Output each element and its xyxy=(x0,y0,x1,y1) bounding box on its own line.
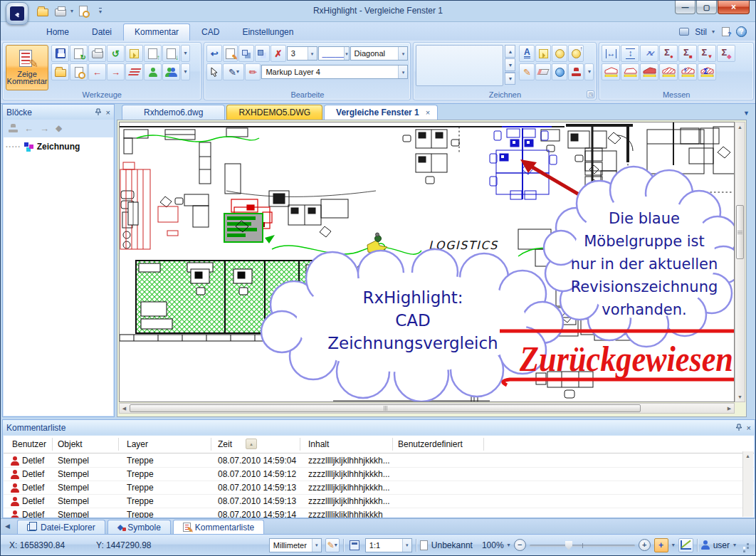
help-doc-button[interactable]: ? xyxy=(720,27,731,37)
reload-markup-button[interactable]: ↻ xyxy=(70,45,88,62)
blocks-close-icon[interactable]: × xyxy=(106,108,110,117)
hscroll-thumb[interactable] xyxy=(130,404,641,412)
doc-tab-list-dropdown[interactable]: ▼ xyxy=(743,110,755,117)
markup-file-up-button[interactable]: ↑ xyxy=(144,45,162,62)
cad-canvas[interactable]: LOGISTICS xyxy=(119,122,735,402)
col-layer[interactable]: Layer xyxy=(127,439,148,449)
text-tool-button[interactable]: A xyxy=(519,45,535,62)
hyperlink-button[interactable] xyxy=(552,63,567,80)
author-filter-button[interactable] xyxy=(144,63,162,80)
block-next-icon[interactable]: → xyxy=(40,124,49,133)
scale-combo[interactable]: 1:1▾ xyxy=(365,538,412,552)
col-objekt[interactable]: Objekt xyxy=(58,439,83,449)
gallery-more-button[interactable]: ▼ xyxy=(505,72,515,85)
markup-file-down-button[interactable]: ↓ xyxy=(162,45,180,62)
review-document-button[interactable] xyxy=(70,63,88,80)
gallery-up-button[interactable]: ▲ xyxy=(505,45,515,58)
table-row[interactable]: Detlef Stempel Treppe 08.07.2010 14:59:1… xyxy=(4,481,754,495)
zoom-slider-thumb[interactable] xyxy=(565,541,572,550)
draw-style-button[interactable]: ✎▾ xyxy=(223,63,244,80)
maximize-button[interactable]: ▢ xyxy=(696,1,717,14)
markup-history-button[interactable]: ↺ xyxy=(107,45,125,62)
edit-note-button[interactable]: ✎ xyxy=(223,45,238,62)
table-row[interactable]: Detlef Stempel Treppe 08.07.2010 14:59:1… xyxy=(4,508,754,518)
area-sum-button[interactable]: Σ xyxy=(698,63,716,80)
user-dropdown[interactable]: ▾ xyxy=(733,542,736,548)
tab-cad[interactable]: CAD xyxy=(190,23,231,41)
delete-markup-button[interactable]: ✗ xyxy=(271,45,285,62)
col-inhalt[interactable]: Inhalt xyxy=(308,439,329,449)
note-tool-button[interactable] xyxy=(535,45,551,62)
markup-layers-button[interactable] xyxy=(125,63,143,80)
table-row[interactable]: Detlef Stempel Treppe 08.07.2010 14:59:1… xyxy=(4,468,754,481)
stil-dropdown[interactable]: Stil xyxy=(695,27,707,37)
col-benutzerdefiniert[interactable]: Benutzerdefiniert xyxy=(398,439,463,449)
markup-file-dropdown[interactable]: ▾ xyxy=(181,45,190,62)
gallery-down-button[interactable]: ▼ xyxy=(505,58,515,71)
paste-markup-button[interactable] xyxy=(125,45,143,62)
unit-combo[interactable]: Millimeter▾ xyxy=(269,538,322,552)
ortho-button[interactable] xyxy=(678,538,693,552)
vertical-scrollbar[interactable]: ▲ ▼ xyxy=(735,122,745,402)
previous-comment-button[interactable]: ← xyxy=(88,63,106,80)
sum-diamond-button[interactable]: Σ◆ xyxy=(717,45,735,62)
line-style-combo[interactable]: _____▾ xyxy=(318,46,350,61)
col-zeit[interactable]: Zeit xyxy=(218,439,232,449)
zoom-slider[interactable] xyxy=(530,540,635,550)
undo-button[interactable]: ↩ xyxy=(206,45,221,62)
export-markup-button[interactable] xyxy=(51,63,69,80)
zoom-dropdown[interactable]: ▾ xyxy=(508,542,510,548)
stamp-dropdown[interactable]: ▾ xyxy=(584,63,594,80)
scroll-down-arrow[interactable]: ▼ xyxy=(735,392,745,402)
sum-square-button[interactable]: Σ■ xyxy=(678,45,697,62)
snap-dropdown[interactable]: ▾ xyxy=(672,542,675,548)
horizontal-scrollbar[interactable]: ◀ ▶ xyxy=(119,403,735,414)
save-markup-button[interactable] xyxy=(51,45,69,62)
zeichnen-dialog-launcher[interactable]: ◳ xyxy=(587,90,594,98)
authors-dropdown[interactable]: ▾ xyxy=(181,63,190,80)
resize-grip[interactable] xyxy=(741,541,750,550)
print-comment-button[interactable] xyxy=(88,45,106,62)
area-hatched-button[interactable] xyxy=(659,63,678,80)
shape-gallery[interactable] xyxy=(416,45,503,86)
col-benutzer[interactable]: Benutzer xyxy=(12,439,46,449)
table-row[interactable]: Detlef Stempel Treppe 08.07.2010 14:59:1… xyxy=(4,495,754,508)
snap-mode-button[interactable]: + xyxy=(654,538,668,552)
tab-scroll-left[interactable]: ◀ xyxy=(5,523,15,530)
tab-einstellungen[interactable]: Einstellungen xyxy=(231,23,305,41)
table-row[interactable]: Detlef Stempel Treppe 08.07.2010 14:59:0… xyxy=(4,454,754,468)
area-outline-button[interactable] xyxy=(602,63,620,80)
zeige-kommentar-button[interactable]: ✎ Zeige Kommentar xyxy=(6,45,48,90)
scroll-up-arrow[interactable]: ▲ xyxy=(735,122,745,132)
pen-settings-button[interactable]: ✎▾ xyxy=(325,538,340,552)
markup-layer-combo[interactable]: Markup Layer 4▾ xyxy=(261,65,408,79)
doc-tab-close-icon[interactable]: × xyxy=(426,108,430,117)
measure-horizontal-button[interactable]: ↔ xyxy=(602,45,620,62)
line-width-combo[interactable]: 3▾ xyxy=(287,46,317,61)
comment-panel-close-icon[interactable]: × xyxy=(747,424,751,432)
lamp-up-button[interactable]: ↑ xyxy=(568,45,584,62)
next-comment-button[interactable]: → xyxy=(107,63,125,80)
sort-indicator-icon[interactable]: ▴ xyxy=(246,439,257,449)
stil-dropdown-arrow[interactable]: ▾ xyxy=(712,28,715,35)
measure-vertical-button[interactable]: ↕ xyxy=(621,45,639,62)
doc-tab-vergleiche[interactable]: Vergleiche Fenster 1× xyxy=(324,105,438,120)
block-insert-icon[interactable]: ◆ xyxy=(56,124,59,132)
marker-button[interactable]: ✎ xyxy=(245,63,261,80)
sum-circle-button[interactable]: Σ● xyxy=(659,45,678,62)
area-polygon-button[interactable] xyxy=(621,63,639,80)
hyperlink-save-button[interactable] xyxy=(552,45,567,62)
scale-calc-button[interactable] xyxy=(347,538,362,552)
tab-kommentar[interactable]: Kommentar xyxy=(123,23,190,41)
stamp-tool-button[interactable] xyxy=(568,63,584,80)
tab-kommentarliste[interactable]: ✎ Kommentarliste xyxy=(173,520,264,534)
select-tool-button[interactable] xyxy=(206,63,222,80)
authors-button[interactable] xyxy=(162,63,180,80)
comment-scrollbar[interactable]: ▲ xyxy=(742,451,753,517)
zoom-in-button[interactable]: + xyxy=(639,539,651,551)
block-stamp-icon[interactable] xyxy=(9,124,18,132)
vscroll-thumb[interactable] xyxy=(736,205,744,259)
tab-symbole[interactable]: ◆ Symbole xyxy=(107,520,171,534)
freehand-draw-button[interactable]: ✎ xyxy=(519,63,535,80)
hatch-style-combo[interactable]: Diagonal▾ xyxy=(350,46,409,61)
